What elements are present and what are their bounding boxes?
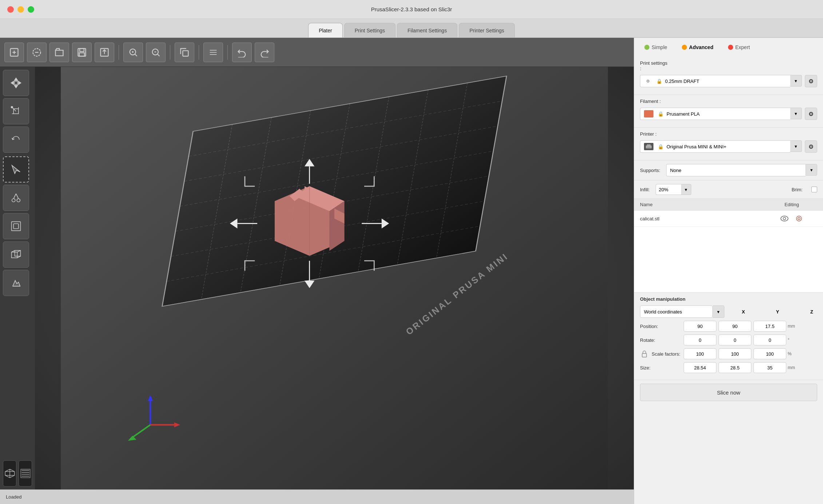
rotate-tool-button[interactable] (3, 127, 29, 153)
filament-lock: 🔒 (658, 111, 664, 117)
svg-marker-21 (15, 78, 18, 81)
save-button[interactable] (72, 43, 92, 62)
scale-y-input[interactable] (719, 348, 751, 359)
filament-color-swatch (644, 110, 653, 117)
toolbar (0, 38, 634, 67)
perspective-tool-button[interactable] (3, 241, 29, 268)
tab-plater[interactable]: Plater (308, 23, 343, 37)
position-x-input[interactable] (684, 321, 716, 332)
advanced-dot (682, 45, 687, 50)
position-row: Position: mm (640, 321, 817, 332)
copy-button[interactable] (175, 43, 194, 62)
object-manipulation: Object manipulation World coordinates ▾ … (634, 293, 823, 380)
scale-label-with-lock: Scale factors: (640, 349, 684, 358)
filament-gear-button[interactable]: ⚙ (805, 108, 817, 120)
supports-dropdown[interactable]: None (666, 164, 806, 176)
select-tool-button[interactable] (3, 156, 29, 183)
tab-filament-settings[interactable]: Filament Settings (397, 23, 457, 37)
toolbar-separator-1 (119, 45, 119, 60)
object-settings-button[interactable] (794, 213, 804, 224)
position-y-input[interactable] (719, 321, 751, 332)
svg-rect-32 (12, 222, 21, 231)
print-settings-label: Print settings : (640, 60, 669, 71)
mode-advanced-button[interactable]: Advanced (677, 43, 718, 52)
name-column-header: Name (640, 202, 766, 207)
paint-support-button[interactable] (3, 270, 29, 296)
mode-simple-button[interactable]: Simple (640, 43, 672, 52)
rotate-z-input[interactable] (754, 335, 786, 345)
infill-dropdown-btn[interactable]: ▾ (681, 184, 691, 195)
position-z-input[interactable] (754, 321, 786, 332)
visibility-button[interactable] (779, 213, 790, 224)
y-axis-label: Y (762, 309, 794, 315)
printer-dropdown[interactable]: 🔒 Original Prusa MINI & MINI+ (640, 140, 790, 153)
infill-input-wrapper: ▾ (656, 184, 691, 195)
mode-expert-button[interactable]: Expert (724, 43, 754, 52)
mode-selector: Simple Advanced Expert (634, 38, 823, 57)
coord-system-row: World coordinates ▾ X Y Z (640, 305, 817, 318)
layers-button[interactable] (203, 43, 223, 62)
minimize-button[interactable] (17, 6, 24, 13)
supports-dropdown-arrow[interactable]: ▾ (806, 164, 817, 176)
titlebar: PrusaSlicer-2.3.3 based on Slic3r (0, 0, 823, 19)
svg-point-90 (783, 217, 786, 220)
scale-x-input[interactable] (684, 348, 716, 359)
svg-line-13 (135, 54, 137, 56)
brim-checkbox[interactable] (811, 187, 817, 192)
svg-point-28 (12, 199, 15, 202)
hollow-tool-button[interactable] (3, 213, 29, 239)
filament-dropdown-wrapper: 🔒 Prusament PLA ▾ (640, 108, 802, 120)
scale-tool-button[interactable] (3, 98, 29, 124)
coord-system-arrow[interactable]: ▾ (713, 305, 724, 318)
3d-view-button[interactable] (3, 460, 16, 487)
rotate-inputs (684, 335, 786, 345)
object-list-empty-space (634, 227, 823, 292)
print-settings-gear-button[interactable]: ⚙ (805, 75, 817, 87)
move-tool-button[interactable] (3, 70, 29, 96)
infill-row: Infill: ▾ Brim: (634, 180, 823, 199)
viewport-3d[interactable]: ORIGINAL PRUSA MINI (35, 67, 634, 489)
svg-point-27 (11, 107, 13, 108)
size-z-input[interactable] (754, 362, 786, 373)
export-button[interactable] (95, 43, 114, 62)
filament-dropdown-arrow[interactable]: ▾ (790, 108, 802, 119)
rotate-label: Rotate: (640, 337, 684, 343)
remove-object-button[interactable] (27, 43, 47, 62)
open-folder-button[interactable] (49, 43, 69, 62)
filament-dropdown[interactable]: 🔒 Prusament PLA (640, 108, 790, 120)
printer-gear-button[interactable]: ⚙ (805, 140, 817, 153)
undo-button[interactable] (232, 43, 252, 62)
close-button[interactable] (7, 6, 14, 13)
printer-dropdown-arrow[interactable]: ▾ (790, 140, 802, 152)
svg-point-29 (17, 199, 20, 202)
svg-rect-35 (15, 251, 21, 256)
scale-inputs (684, 348, 786, 359)
maximize-button[interactable] (28, 6, 34, 13)
scale-lock-button[interactable] (640, 349, 649, 358)
printer-dropdown-wrapper: 🔒 Original Prusa MINI & MINI+ ▾ (640, 140, 802, 153)
infill-input[interactable] (656, 184, 681, 195)
tab-printer-settings[interactable]: Printer Settings (459, 23, 515, 37)
scale-z-input[interactable] (754, 348, 786, 359)
rotate-x-input[interactable] (684, 335, 716, 345)
table-row[interactable]: calicat.stl (634, 211, 823, 227)
tab-print-settings[interactable]: Print Settings (344, 23, 395, 37)
svg-line-16 (158, 54, 160, 56)
rotate-y-input[interactable] (719, 335, 751, 345)
size-x-input[interactable] (684, 362, 716, 373)
svg-rect-88 (647, 148, 651, 149)
print-settings-dropdown-arrow[interactable]: ▾ (790, 75, 802, 87)
z-axis-label: Z (796, 309, 823, 315)
zoom-in-button[interactable] (123, 43, 143, 62)
zoom-out-button[interactable] (146, 43, 166, 62)
main-content: ORIGINAL PRUSA MINI (0, 38, 823, 504)
redo-button[interactable] (255, 43, 274, 62)
printer-lock: 🔒 (658, 144, 664, 149)
coord-system-dropdown[interactable]: World coordinates (640, 305, 713, 318)
slice-now-button[interactable]: Slice now (640, 384, 817, 401)
layer-view-button[interactable] (19, 460, 32, 487)
add-object-button[interactable] (4, 43, 24, 62)
size-y-input[interactable] (719, 362, 751, 373)
print-settings-dropdown[interactable]: ⚙ 🔒 0.25mm DRAFT (640, 75, 790, 87)
cut-tool-button[interactable] (3, 185, 29, 211)
